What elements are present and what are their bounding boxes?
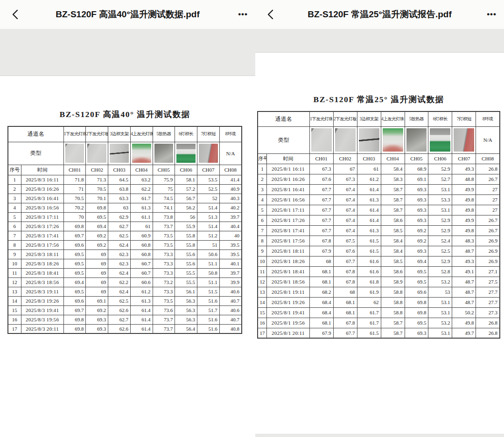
table-cell: 52.7 [428,174,452,184]
table-cell: 62.2 [130,184,153,194]
table-cell: 2下发光灯板 [333,111,357,126]
back-icon[interactable] [8,8,21,21]
table-cell: 17 [258,328,267,338]
table-cell: 2025/8/1 19:26 [267,297,309,307]
table-cell: 58.5 [381,256,405,266]
table-cell: 7灯框短 [197,126,220,142]
table-cell: 11 [258,266,267,277]
table-cell: 2 [8,184,21,194]
table-cell: CH06 [175,165,197,175]
table-cell: 68.9 [405,164,428,174]
table-cell: 58.6 [381,215,405,225]
table-cell: 58.4 [381,164,405,174]
table-cell: 3边框支架 [357,111,381,126]
table-cell: 26.7 [476,174,500,184]
table-cell: 2025/8/1 17:41 [267,225,309,236]
table-cell: 51.1 [197,259,220,268]
table-cell: 62 [357,297,381,307]
table-cell: CH04 [130,165,153,175]
table-cell: 13 [258,287,267,297]
table-cell: 63 [108,203,131,212]
table-cell: 67.4 [333,205,357,215]
table-cell: 67.7 [333,256,357,266]
table-cell: 67.6 [309,174,333,184]
table-cell: 58.7 [381,318,405,328]
table-cell: 2 [258,174,267,184]
table-cell: 1 [258,164,267,174]
left-data-table: 通道名1下发光灯珠2下发光灯板3边框支架4上发光灯珠5散热器6灯框长7灯框短8环… [7,126,242,334]
table-cell: 56.2 [175,203,197,212]
table-cell: 69 [86,250,108,259]
table-cell: 14 [8,296,21,305]
table-cell: 39.5 [219,250,242,259]
table-cell: N/A [476,126,500,153]
table-cell: 55.6 [175,259,197,268]
more-options-icon[interactable]: ••• [487,10,497,19]
table-cell: 2025/8/3 17:11 [21,212,63,222]
table-cell: 69.1 [405,174,428,184]
table-row: 122025/8/3 18:5669.46962.260.673.255.551… [8,277,242,287]
table-cell: 51.6 [197,324,220,333]
table-cell: 58.5 [381,225,405,236]
table-cell: 2025/8/3 17:26 [21,222,63,231]
table-cell: 69.2 [405,236,428,246]
table-cell: 61.5 [357,246,381,256]
table-cell: CH02 [333,153,357,164]
left-doc-filename: BZ-S120F 高温40°温升测试数据.pdf [0,8,255,21]
back-icon[interactable] [264,8,277,21]
right-navbar: BZ-S120F 常温25°温升测试报告.pdf ••• [255,0,504,29]
table-cell: 58.4 [381,246,405,256]
table-cell: 52.8 [428,266,452,277]
photo-cell [86,142,108,165]
table-cell: 71.8 [63,175,86,184]
table-cell: 40.7 [219,315,242,324]
table-cell: 74.1 [153,203,175,212]
table-row: 42025/8/1 16:5667.767.461.358.769.353.34… [258,194,500,205]
table-cell: 48.8 [452,174,476,184]
table-cell: 69 [86,259,108,268]
table-cell: 55.5 [175,268,197,277]
table-cell: 51.4 [197,203,220,212]
table-cell: 51.2 [197,231,220,240]
table-cell: 56.3 [175,296,197,305]
table-cell: 69.5 [63,287,86,296]
table-cell: 61.7 [357,307,381,318]
table-row: 92025/8/1 18:1167.967.661.558.469.352.54… [258,246,500,256]
table-cell: 61.3 [357,225,381,236]
probe-photo-frame-bracket [359,128,379,152]
table-cell: 26.9 [476,236,500,246]
table-cell: 73.3 [153,268,175,277]
table-row: 52025/8/1 17:1167.767.461.458.769.353.14… [258,205,500,215]
photo-cell [405,126,428,153]
probe-photo-frame-short [199,144,218,163]
table-cell: 67.3 [333,174,357,184]
table-cell: 62.4 [108,240,131,250]
table-cell: 68.4 [309,297,333,307]
table-row: 62025/8/3 17:2669.869.462.76173.755.951.… [8,222,242,231]
dual-pdf-preview: BZ-S120F 高温40°温升测试数据.pdf ••• BZ-S120F 高温… [0,0,504,437]
table-cell: 48.7 [452,297,476,307]
table-cell: 3边框支架 [108,126,131,142]
more-options-icon[interactable]: ••• [238,10,248,19]
table-cell: 73.7 [153,324,175,333]
table-row: 72025/8/1 17:4167.767.461.358.569.252.94… [258,225,500,236]
photo-cell [130,142,153,165]
table-cell: 50.6 [197,250,220,259]
table-cell: 62.4 [108,287,131,296]
table-cell: 50.8 [197,268,220,277]
table-cell: 2025/8/1 16:56 [267,194,309,205]
table-cell: 1下发光灯珠 [309,111,333,126]
table-row: 112025/8/3 18:4169.56962.460.773.355.550… [8,268,242,277]
table-cell: 4上发光灯珠 [381,111,405,126]
table-cell: 61.4 [130,305,153,315]
table-cell: 4上发光灯珠 [130,126,153,142]
table-cell: 67 [333,164,357,174]
probe-photo-heatsink [406,128,427,152]
table-cell: 2025/8/3 17:41 [21,231,63,240]
table-cell: 69.8 [405,307,428,318]
table-cell: 73.7 [153,222,175,231]
right-pdf-viewer: BZ-S120F 常温25°温升测试报告.pdf ••• BZ-S120F 常温… [255,0,504,437]
table-cell: 61.4 [357,215,381,225]
table-cell: CH01 [309,153,333,164]
table-cell: 68.4 [309,307,333,318]
